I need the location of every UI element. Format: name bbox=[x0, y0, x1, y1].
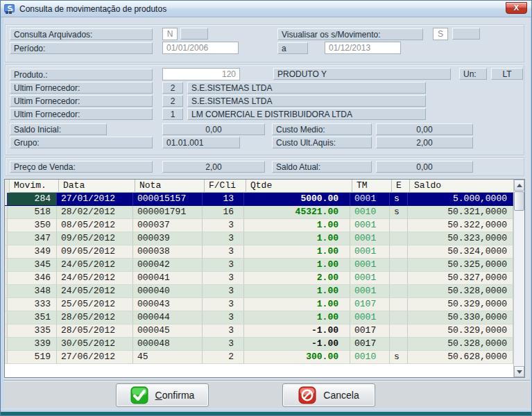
table-row[interactable]: 34909/05/201200003831.00000150.324,0000 bbox=[5, 245, 513, 259]
cell-e bbox=[390, 338, 408, 351]
down-arrow-icon bbox=[517, 370, 522, 374]
cell-qtde: 1.00 bbox=[244, 232, 350, 245]
fornecedor-3-nome: LM COMERCIAL E DISTRIBUIDORA LTDA bbox=[187, 108, 426, 120]
header-e: E bbox=[392, 180, 410, 193]
cell-fcli: 16 bbox=[203, 206, 244, 219]
cell-qtde: 1.00 bbox=[244, 245, 350, 259]
consulta-arquivados-aux-box bbox=[180, 28, 208, 40]
cell-qtde: 300.00 bbox=[244, 351, 350, 364]
vertical-scrollbar[interactable] bbox=[513, 180, 524, 377]
cell-data: 30/05/2012 bbox=[57, 338, 133, 351]
produto-codigo-input[interactable]: 120 bbox=[162, 68, 240, 80]
cell-saldo: 50.325,0000 bbox=[408, 259, 513, 272]
scrollbar-thumb[interactable] bbox=[514, 191, 524, 211]
cell-tm: 0001 bbox=[350, 311, 390, 324]
grupo-valor: 01.01.001 bbox=[162, 137, 240, 148]
table-row[interactable]: 35128/05/201200004431.00000150.330,0000 bbox=[5, 311, 513, 324]
saldo-atual-label: Saldo Atual: bbox=[272, 161, 372, 173]
produto-label: Produto.: bbox=[10, 69, 153, 80]
fornecedor-2-nome: S.E.SISTEMAS LTDA bbox=[187, 95, 426, 107]
unidade-label: Un: bbox=[459, 68, 487, 80]
cell-tm: 0010 bbox=[350, 351, 390, 364]
table-row[interactable]: 34524/05/201200004231.00000150.325,0000 bbox=[5, 259, 513, 272]
cell-movim: 518 bbox=[8, 206, 57, 219]
visualizar-movimento-input[interactable]: S bbox=[433, 28, 448, 40]
custo-medio-valor: 0,00 bbox=[376, 123, 473, 135]
table-row[interactable]: 51828/02/20120000017911645321.000010s50.… bbox=[5, 206, 513, 219]
confirma-label: Confirma bbox=[155, 390, 195, 401]
table-row[interactable]: 34624/05/201200004132.00000150.327,0000 bbox=[5, 272, 513, 285]
cell-nota: 000042 bbox=[133, 259, 203, 272]
cell-e bbox=[390, 245, 408, 259]
table-row[interactable]: 33528/05/20120000453-1.00001750.329,0000 bbox=[5, 324, 513, 338]
table-row[interactable]: 34824/05/201200004031.00000150.328,0000 bbox=[5, 285, 513, 298]
window-bottom-edge bbox=[1, 412, 531, 416]
cell-movim: 350 bbox=[8, 219, 57, 232]
table-row[interactable]: 34709/05/201200003931.00000150.323,0000 bbox=[5, 232, 513, 245]
periodo-ate-input[interactable]: 01/12/2013 bbox=[325, 42, 401, 54]
periodo-de-input[interactable]: 01/01/2006 bbox=[162, 42, 239, 54]
fornecedor-1-nome: S.E.SISTEMAS LTDA bbox=[187, 82, 426, 94]
title-bar: Consulta de movimentação de produtos X bbox=[1, 1, 531, 17]
cancela-button[interactable]: Cancela bbox=[282, 383, 375, 407]
product-section: Produto.: 120 PRODUTO Y Un: LT Ultim For… bbox=[5, 64, 524, 155]
cell-data: 24/05/2012 bbox=[57, 259, 133, 272]
scroll-up-button[interactable] bbox=[514, 180, 524, 191]
cell-fcli: 3 bbox=[203, 259, 244, 272]
cell-fcli: 3 bbox=[203, 219, 244, 232]
cell-tm: 0001 bbox=[350, 193, 390, 206]
table-row[interactable]: 33930/05/20120000483-1.00001750.328,0000 bbox=[5, 338, 513, 351]
confirma-button[interactable]: Confirma bbox=[116, 383, 209, 407]
cell-saldo: 50.324,0000 bbox=[408, 245, 513, 259]
table-row[interactable]: 28427/01/2012000015157135000.000001s5.00… bbox=[5, 193, 513, 206]
cell-data: 09/05/2012 bbox=[57, 245, 133, 259]
fornecedor-3-label: Ultim Fornecedor: bbox=[10, 108, 153, 120]
header-indicator bbox=[5, 180, 10, 193]
cell-nota: 000040 bbox=[133, 285, 203, 298]
cell-qtde: 2.00 bbox=[244, 272, 350, 285]
cell-qtde: 1.00 bbox=[244, 285, 350, 298]
cell-saldo: 50.329,0000 bbox=[408, 324, 513, 338]
cell-data: 25/05/2012 bbox=[57, 298, 133, 311]
cell-qtde: -1.00 bbox=[244, 338, 350, 351]
close-icon: X bbox=[514, 4, 519, 12]
cell-nota: 45 bbox=[133, 351, 203, 364]
cell-nota: 000045 bbox=[133, 324, 203, 338]
price-section: Preço de Venda: 2,00 Saldo Atual: 0,00 bbox=[5, 157, 524, 176]
consulta-arquivados-input[interactable]: N bbox=[162, 28, 178, 40]
cell-tm: 0001 bbox=[350, 245, 390, 259]
header-data: Data bbox=[59, 180, 135, 193]
table-row[interactable]: 35008/05/201200003731.00000150.322,0000 bbox=[5, 219, 513, 232]
custo-medio-label: Custo Medio: bbox=[272, 123, 372, 135]
preco-venda-valor: 2,00 bbox=[162, 161, 265, 173]
cell-movim: 349 bbox=[8, 245, 57, 259]
cell-saldo: 50.327,0000 bbox=[408, 272, 513, 285]
cell-tm: 0001 bbox=[350, 232, 390, 245]
cell-movim: 284 bbox=[8, 193, 57, 206]
cell-tm: 0010 bbox=[350, 206, 390, 219]
periodo-a-label: a bbox=[277, 42, 308, 54]
fornecedor-3-codigo: 1 bbox=[162, 108, 183, 120]
close-button[interactable]: X bbox=[506, 2, 527, 14]
cell-nota: 000037 bbox=[133, 219, 203, 232]
cell-nota: 000015157 bbox=[133, 193, 203, 206]
cell-fcli: 3 bbox=[203, 285, 244, 298]
client-area: Consulta Arquivados: N Visualisar os s/M… bbox=[3, 17, 530, 408]
cell-saldo: 50.328,0000 bbox=[408, 285, 513, 298]
cell-nota: 000043 bbox=[133, 298, 203, 311]
cell-data: 28/05/2012 bbox=[57, 311, 133, 324]
fornecedor-2-label: Ultim Fornecedor: bbox=[10, 95, 153, 107]
header-qtde: Qtde bbox=[246, 180, 352, 193]
table-row[interactable]: 33325/05/201200004331.00010750.329,0000 bbox=[5, 298, 513, 311]
button-panel: Confirma Cancela bbox=[3, 380, 530, 408]
scroll-down-button[interactable] bbox=[514, 366, 524, 377]
table-header: Movim. Data Nota F/Cli Qtde TM E Saldo bbox=[5, 180, 513, 193]
cell-saldo: 50.329,0000 bbox=[408, 298, 513, 311]
red-prohibition-icon bbox=[298, 386, 316, 404]
cell-movim: 333 bbox=[8, 298, 57, 311]
saldo-inicial-label: Saldo Inicial: bbox=[10, 123, 107, 135]
cell-fcli: 3 bbox=[203, 311, 244, 324]
cell-e bbox=[390, 285, 408, 298]
cell-movim: 339 bbox=[8, 338, 57, 351]
table-row[interactable]: 51927/06/2012452300.000010s50.628,0000 bbox=[5, 351, 513, 364]
